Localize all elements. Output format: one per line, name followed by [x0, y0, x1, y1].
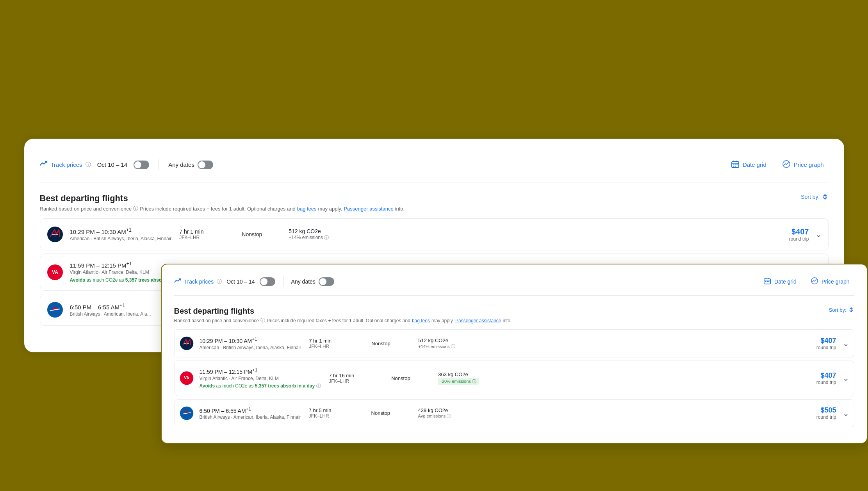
track-prices-info-icon[interactable]: ⓘ: [86, 161, 91, 168]
svg-rect-19: [767, 281, 768, 282]
track-prices-toggle[interactable]: [134, 161, 149, 169]
duration-col-aa: 7 hr 1 min JFK–LHR: [179, 229, 234, 240]
overlay-toolbar: Track prices ⓘ Oct 10 – 14 Any dates: [174, 274, 854, 296]
overlay-duration-va: 7 hr 16 min: [329, 373, 383, 379]
overlay-date-grid-label: Date grid: [774, 279, 797, 285]
overlay-flight-row-va[interactable]: VA 11:59 PM – 12:15 PM+1 Virgin Atlantic…: [174, 361, 854, 396]
flight-row-aa[interactable]: 10:29 PM – 10:30 AM+1 American · British…: [40, 218, 829, 250]
bag-fees-link[interactable]: bag fees: [297, 206, 317, 212]
subtitle-info-icon: ⓘ: [133, 205, 138, 212]
overlay-passenger-assistance-link[interactable]: Passenger assistance: [455, 318, 501, 323]
overlay-route-aa: JFK–LHR: [309, 344, 364, 349]
overlay-toolbar-divider: [283, 276, 283, 287]
sort-by-button[interactable]: Sort by:: [801, 193, 828, 200]
overlay-track-prices-group: Track prices ⓘ: [174, 278, 222, 285]
track-prices-group: Track prices ⓘ: [40, 161, 91, 169]
overlay-duration-ba: 7 hr 5 min: [309, 407, 364, 413]
svg-rect-4: [733, 164, 734, 165]
overlay-section-title: Best departing flights: [174, 307, 512, 316]
flight-times-ba: 6:50 PM – 6:55 AM+1: [70, 303, 151, 311]
any-dates-toggle[interactable]: [198, 161, 213, 169]
overlay-flight-airlines-aa: American · British Airways, Iberia, Alas…: [200, 345, 301, 350]
overlay-subtitle-prices: Prices include required taxes + fees for…: [267, 318, 410, 323]
overlay-expand-icon-aa[interactable]: ⌄: [843, 339, 849, 348]
overlay-subtitle-info-icon: ⓘ: [260, 317, 265, 324]
overlay-flight-times-va: 11:59 PM – 12:15 PM+1: [200, 367, 321, 375]
overlay-emissions-col-aa: 512 kg CO2e +14% emissions ⓘ: [418, 337, 481, 349]
overlay-track-prices-label: Track prices: [184, 279, 214, 285]
svg-rect-18: [765, 281, 766, 282]
duration-text-aa: 7 hr 1 min: [179, 229, 234, 235]
overlay-price-graph-button[interactable]: Price graph: [806, 274, 854, 289]
svg-rect-8: [734, 166, 736, 167]
overlay-flights-list: 10:29 PM – 10:30 AM+1 American · British…: [174, 329, 854, 427]
stops-aa: Nonstop: [242, 231, 281, 237]
expand-icon-aa[interactable]: ⌄: [815, 230, 822, 239]
price-graph-button[interactable]: Price graph: [777, 157, 829, 173]
section-title: Best departing flights: [40, 193, 405, 204]
overlay-sort-by-label: Sort by:: [829, 307, 847, 313]
overlay-route-ba: JFK–LHR: [309, 413, 364, 419]
emissions-text-aa: 512 kg CO2e: [289, 228, 351, 234]
airline-logo-va: VA: [46, 264, 64, 281]
flight-airlines-aa: American · British Airways, Iberia, Alas…: [70, 236, 172, 241]
airline-logo-ba: [46, 301, 64, 318]
overlay-route-va: JFK–LHR: [329, 379, 383, 384]
overlay-expand-icon-va[interactable]: ⌄: [843, 373, 849, 383]
overlay-bag-fees-link[interactable]: bag fees: [412, 318, 430, 323]
track-prices-label: Track prices: [51, 161, 82, 168]
passenger-assistance-link[interactable]: Passenger assistance: [344, 206, 393, 212]
price-aa: $407: [789, 227, 809, 236]
overlay-price-graph-label: Price graph: [822, 279, 850, 285]
main-date-range: Oct 10 – 14: [97, 161, 128, 168]
flight-times-col-ba: 6:50 PM – 6:55 AM+1 British Airways · Am…: [70, 303, 151, 317]
svg-text:VA: VA: [52, 270, 58, 275]
overlay-flight-times-col-va: 11:59 PM – 12:15 PM+1 Virgin Atlantic · …: [200, 367, 321, 389]
overlay-price-ba: $505: [816, 406, 836, 414]
price-col-aa: $407 round trip: [789, 227, 809, 242]
overlay-date-grid-icon: [763, 277, 771, 286]
date-grid-button[interactable]: Date grid: [726, 157, 771, 173]
overlay-track-prices-info-icon[interactable]: ⓘ: [217, 278, 222, 285]
any-dates-group: Any dates: [168, 161, 213, 169]
overlay-subtitle-may-apply: may apply.: [431, 318, 454, 323]
overlay-flight-row-ba[interactable]: 6:50 PM – 6:55 AM+1 British Airways · Am…: [174, 399, 854, 427]
overlay-track-prices-toggle[interactable]: [260, 277, 275, 286]
emissions-col-aa: 512 kg CO2e +14% emissions ⓘ: [289, 228, 351, 241]
svg-rect-6: [736, 164, 738, 165]
overlay-flight-airlines-ba: British Airways · American, Iberia, Alas…: [200, 414, 301, 420]
overlay-date-grid-button[interactable]: Date grid: [759, 274, 801, 289]
overlay-any-dates-toggle[interactable]: [319, 277, 334, 286]
svg-rect-20: [768, 281, 770, 282]
overlay-subtitle-ranked: Ranked based on price and convenience: [174, 318, 259, 323]
overlay-emissions-col-ba: 439 kg CO2e Avg emissions ⓘ: [418, 407, 481, 419]
overlay-price-graph-icon: [811, 277, 818, 286]
toolbar-divider: [159, 159, 159, 170]
toolbar: Track prices ⓘ Oct 10 – 14 Any dates: [40, 150, 829, 182]
svg-text:VA: VA: [184, 376, 189, 380]
airline-logo-aa: [46, 226, 64, 243]
overlay-subtitle-info: info.: [503, 318, 512, 323]
svg-rect-7: [733, 166, 734, 167]
section-header: Best departing flights Ranked based on p…: [40, 186, 829, 214]
flight-airlines-ba: British Airways · American, Iberia, Ala.…: [70, 311, 151, 317]
route-aa: JFK–LHR: [179, 235, 234, 240]
overlay-airline-logo-va: VA: [179, 371, 194, 386]
overlay-airline-logo-ba: [179, 406, 194, 421]
overlay-section-header: Best departing flights Ranked based on p…: [174, 300, 854, 325]
overlay-duration-col-aa: 7 hr 1 min JFK–LHR: [309, 338, 364, 349]
overlay-price-label-va: round trip: [816, 380, 836, 385]
overlay-price-col-ba: $505 round trip: [816, 406, 836, 420]
overlay-date-range: Oct 10 – 14: [226, 279, 255, 285]
overlay-expand-icon-ba[interactable]: ⌄: [843, 409, 849, 418]
overlay-price-col-va: $407 round trip: [816, 371, 836, 385]
overlay-duration-col-va: 7 hr 16 min JFK–LHR: [329, 373, 383, 384]
overlay-sort-by-button[interactable]: Sort by:: [829, 307, 854, 313]
overlay-flight-times-ba: 6:50 PM – 6:55 AM+1: [200, 406, 301, 414]
subtitle-prices: Prices include required taxes + fees for…: [140, 206, 296, 212]
overlay-stops-va: Nonstop: [391, 375, 430, 381]
flight-times-col-aa: 10:29 PM – 10:30 AM+1 American · British…: [70, 227, 172, 241]
overlay-stops-ba: Nonstop: [371, 410, 410, 416]
price-label-aa: round trip: [789, 236, 809, 242]
overlay-flight-row-aa[interactable]: 10:29 PM – 10:30 AM+1 American · British…: [174, 329, 854, 357]
